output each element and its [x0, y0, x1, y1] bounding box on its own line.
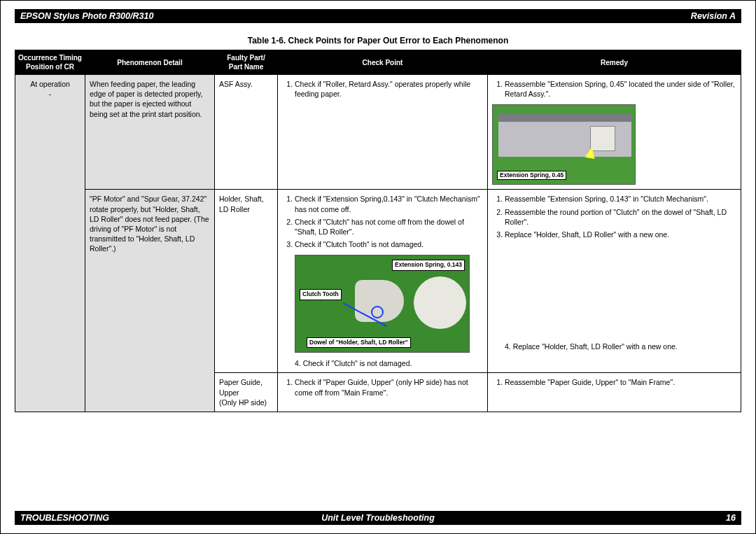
faulty-part-cell: Paper Guide, Upper (Only HP side) — [215, 373, 278, 412]
col-faulty-part: Faulty Part/ Part Name — [215, 50, 278, 75]
figure-label: Dowel of "Holder, Shaft, LD Roller" — [307, 337, 411, 348]
list-item: Check if "Extension Spring,0.143" in "Cl… — [295, 194, 483, 213]
list-item: Check if "Clutch" has not come off from … — [295, 217, 483, 237]
footer-right: 16 — [497, 513, 736, 523]
header-right: Revision A — [691, 11, 736, 21]
col-occurrence: Occurrence Timing Position of CR — [15, 50, 85, 75]
footer-left: TROUBLESHOOTING — [20, 513, 259, 523]
list-item: Check if "Clutch Tooth" is not damaged. — [295, 239, 483, 249]
faulty-part-cell: Holder, Shaft, LD Roller — [215, 190, 278, 373]
check-point-cell: Check if "Extension Spring,0.143" in "Cl… — [278, 190, 488, 373]
list-item: Check if "Paper Guide, Upper" (only HP s… — [295, 377, 483, 397]
list-item: Reassemble "Paper Guide, Upper" to "Main… — [505, 377, 736, 387]
list-item: Reassemble "Extension Spring, 0.45" loca… — [505, 79, 736, 99]
figure-label: Extension Spring, 0.45 — [497, 171, 566, 180]
gear-icon — [414, 276, 466, 329]
remedy-cell: Reassemble "Paper Guide, Upper" to "Main… — [488, 373, 741, 412]
remedy-cell: Reassemble "Extension Spring, 0.45" loca… — [488, 75, 741, 190]
occurrence-cell: At operation - — [15, 75, 85, 412]
table-caption: Table 1-6. Check Points for Paper Out Er… — [15, 36, 741, 45]
check-point-cell: Check if "Roller, Retard Assy." operates… — [278, 75, 488, 190]
figure-clutch-mechanism: Extension Spring, 0.143 Clutch Tooth Dow… — [295, 255, 470, 353]
phenomenon-cell: "PF Motor" and "Spur Gear, 37.242" rotat… — [85, 190, 215, 412]
remedy-cell: Reassemble "Extension Spring, 0.143" in … — [488, 190, 741, 373]
faulty-part-cell: ASF Assy. — [215, 75, 278, 190]
list-item: Check if "Roller, Retard Assy." operates… — [295, 79, 483, 99]
col-phenomenon: Phenomenon Detail — [85, 50, 215, 75]
header-left: EPSON Stylus Photo R300/R310 — [20, 11, 153, 21]
table-row: At operation - When feeding paper, the l… — [15, 75, 741, 190]
footer-bar: TROUBLESHOOTING Unit Level Troubleshooti… — [15, 511, 741, 525]
list-item: Replace "Holder, Shaft, LD Roller" with … — [513, 342, 678, 351]
col-remedy: Remedy — [488, 50, 741, 75]
list-item: Replace "Holder, Shaft, LD Roller" with … — [505, 230, 736, 239]
check-points-table: Occurrence Timing Position of CR Phenome… — [15, 50, 741, 412]
phenomenon-cell: When feeding paper, the leading edge of … — [85, 75, 215, 190]
figure-label: Extension Spring, 0.143 — [392, 260, 465, 270]
arrow-icon — [585, 146, 597, 159]
footer-center: Unit Level Troubleshooting — [259, 513, 498, 523]
col-check-point: Check Point — [278, 50, 488, 75]
check-point-cell: Check if "Paper Guide, Upper" (only HP s… — [278, 373, 488, 412]
list-item: Check if "Clutch" is not damaged. — [303, 359, 412, 367]
figure-extension-spring-045: Extension Spring, 0.45 — [492, 104, 636, 185]
table-row: "PF Motor" and "Spur Gear, 37.242" rotat… — [15, 190, 741, 373]
figure-label: Clutch Tooth — [300, 289, 342, 300]
list-item: Reassemble "Extension Spring, 0.143" in … — [505, 194, 736, 204]
header-bar: EPSON Stylus Photo R300/R310 Revision A — [15, 9, 741, 23]
list-item: Reassemble the round portion of "Clutch"… — [505, 207, 736, 227]
